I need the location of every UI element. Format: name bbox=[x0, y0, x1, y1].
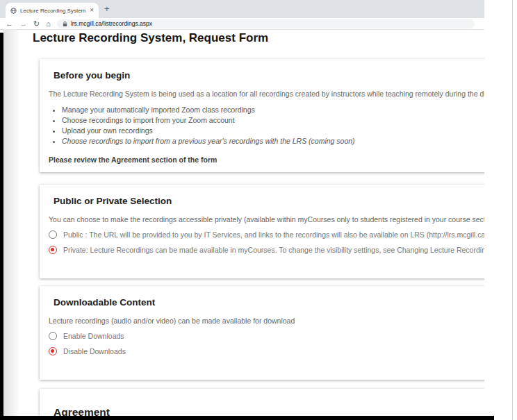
home-icon[interactable]: ⌂ bbox=[46, 20, 51, 28]
tab-close-icon[interactable]: × bbox=[90, 7, 94, 14]
radio-button-unselected[interactable] bbox=[49, 332, 57, 340]
section-intro: You can choose to make the recordings ac… bbox=[49, 215, 484, 224]
radio-option-enable-downloads[interactable]: Enable Downloads bbox=[49, 332, 484, 340]
section-heading: Before you begin bbox=[54, 70, 484, 81]
left-black-edge bbox=[0, 33, 3, 420]
lock-icon bbox=[63, 19, 67, 28]
section-intro: Lecture recordings (audio and/or video) … bbox=[49, 317, 484, 325]
page-title: Lecture Recording System, Request Form bbox=[33, 31, 268, 45]
right-border-line bbox=[512, 0, 513, 420]
section-public-private: Public or Private Selection You can choo… bbox=[40, 185, 484, 278]
radio-button-selected[interactable] bbox=[49, 347, 57, 355]
bottom-black-edge bbox=[0, 416, 494, 420]
url-text: lrs.mcgill.ca/listrecordings.aspx bbox=[71, 20, 152, 27]
left-shadow-strip bbox=[3, 30, 19, 420]
radio-label: Private: Lecture Recordings can be made … bbox=[63, 246, 484, 254]
feature-list: Manage your automatically imported Zoom … bbox=[62, 106, 484, 145]
back-icon[interactable]: ← bbox=[6, 20, 13, 28]
web-page: Lecture Recording System, Request Form B… bbox=[0, 30, 484, 420]
radio-button-unselected[interactable] bbox=[49, 230, 57, 239]
forward-icon[interactable]: → bbox=[19, 20, 27, 28]
radio-option-disable-downloads[interactable]: Disable Downloads bbox=[49, 347, 484, 355]
section-before-you-begin: Before you begin The Lecture Recording S… bbox=[40, 59, 484, 172]
globe-icon bbox=[10, 8, 17, 14]
radio-button-selected[interactable] bbox=[49, 246, 57, 254]
address-bar[interactable]: lrs.mcgill.ca/listrecordings.aspx bbox=[57, 19, 475, 28]
section-intro: The Lecture Recording System is being us… bbox=[49, 90, 484, 98]
browser-toolbar: ← → ↻ ⌂ lrs.mcgill.ca/listrecordings.asp… bbox=[0, 18, 484, 30]
section-heading: Public or Private Selection bbox=[54, 196, 484, 206]
new-tab-button[interactable]: + bbox=[104, 3, 110, 14]
section-downloadable-content: Downloadable Content Lecture recordings … bbox=[40, 286, 484, 380]
tab-strip: Lecture Recording System - × + bbox=[0, 0, 484, 18]
radio-label: Public : The URL will be provided to you… bbox=[63, 230, 484, 239]
list-item: Upload your own recordings bbox=[62, 126, 484, 135]
radio-option-private[interactable]: Private: Lecture Recordings can be made … bbox=[49, 246, 484, 254]
radio-label: Disable Downloads bbox=[63, 347, 126, 355]
radio-label: Enable Downloads bbox=[63, 332, 124, 340]
browser-tab[interactable]: Lecture Recording System - × bbox=[6, 3, 99, 18]
tab-title: Lecture Recording System - bbox=[20, 8, 86, 14]
radio-option-public[interactable]: Public : The URL will be provided to you… bbox=[49, 230, 484, 239]
list-item: Choose recordings to import from your Zo… bbox=[62, 116, 484, 124]
list-item: Manage your automatically imported Zoom … bbox=[62, 106, 484, 114]
browser-window: Lecture Recording System - × + ← → ↻ ⌂ l… bbox=[0, 0, 484, 420]
agreement-review-note: Please review the Agreement section of t… bbox=[49, 156, 484, 164]
section-heading: Downloadable Content bbox=[54, 297, 484, 308]
list-item: Choose recordings to import from a previ… bbox=[62, 137, 484, 145]
reload-icon[interactable]: ↻ bbox=[33, 20, 40, 28]
